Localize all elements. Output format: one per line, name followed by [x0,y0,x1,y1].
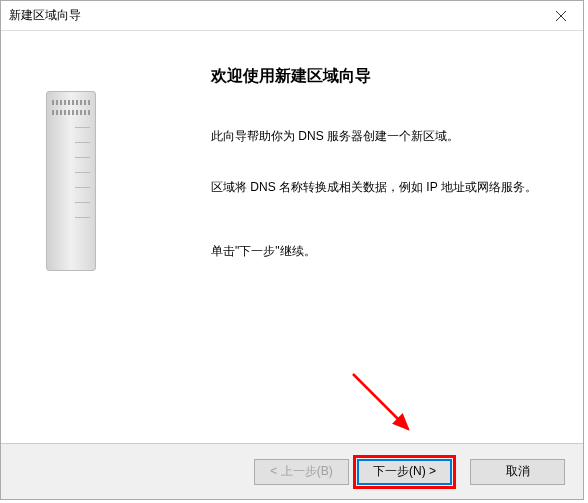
window-title: 新建区域向导 [9,7,81,24]
wizard-text-1: 此向导帮助你为 DNS 服务器创建一个新区域。 [211,127,553,146]
content-area: 欢迎使用新建区域向导 此向导帮助你为 DNS 服务器创建一个新区域。 区域将 D… [1,31,583,443]
wizard-text-3: 单击"下一步"继续。 [211,242,553,261]
back-button: < 上一步(B) [254,459,349,485]
next-button[interactable]: 下一步(N) > [357,459,452,485]
server-image [21,71,121,291]
wizard-text-2: 区域将 DNS 名称转换成相关数据，例如 IP 地址或网络服务。 [211,178,553,197]
left-panel [1,31,176,443]
right-panel: 欢迎使用新建区域向导 此向导帮助你为 DNS 服务器创建一个新区域。 区域将 D… [176,31,583,443]
close-icon [556,11,566,21]
wizard-heading: 欢迎使用新建区域向导 [211,66,553,87]
cancel-button[interactable]: 取消 [470,459,565,485]
footer: < 上一步(B) 下一步(N) > 取消 [1,443,583,499]
titlebar: 新建区域向导 [1,1,583,31]
close-button[interactable] [538,1,583,30]
wizard-window: 新建区域向导 欢迎使用 [0,0,584,500]
